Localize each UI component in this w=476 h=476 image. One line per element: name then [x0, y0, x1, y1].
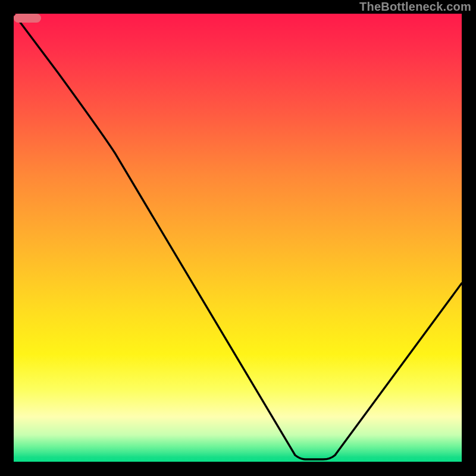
- watermark-text: TheBottleneck.com: [359, 0, 471, 14]
- curve-path: [14, 14, 462, 459]
- chart-frame: [14, 14, 462, 462]
- optimal-marker: [14, 14, 41, 23]
- bottleneck-curve: [14, 14, 462, 462]
